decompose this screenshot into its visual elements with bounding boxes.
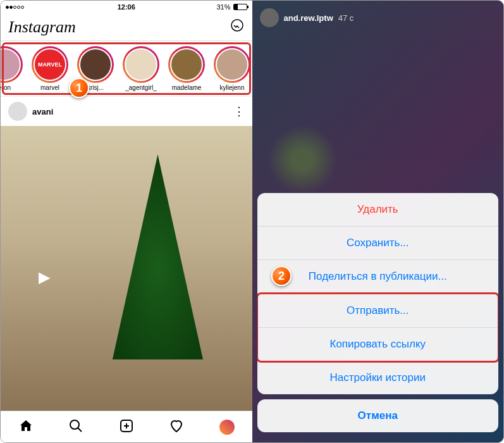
activity-icon[interactable] [169,418,184,436]
annotation-highlight-2: Отправить... Копировать ссылку [257,292,499,363]
cancel-button[interactable]: Отмена [257,399,499,432]
story-item[interactable]: madelame [166,46,207,91]
status-bar: 12:06 31% [1,1,252,13]
post-username[interactable]: avani [32,107,53,116]
action-sheet: Удалить Сохранить... Поделиться в публик… [252,188,504,442]
send-button[interactable]: Отправить... [258,294,498,328]
instagram-home-screen: 12:06 31% Instagram eron MARVEL marvel [1,1,252,442]
delete-button[interactable]: Удалить [257,193,499,227]
story-view-screen: and.rew.lptw 47 с Удалить Сохранить... П… [252,1,504,442]
story-item[interactable]: eron [1,46,25,91]
messenger-icon[interactable] [230,18,245,36]
story-header: and.rew.lptw 47 с [252,1,504,35]
share-to-post-button[interactable]: Поделиться в публикации... [257,260,499,294]
annotation-badge-1: 1 [69,78,89,98]
clock: 12:06 [118,3,135,11]
home-icon[interactable] [18,418,34,436]
profile-icon[interactable] [219,420,235,435]
search-icon[interactable] [68,418,83,436]
story-item[interactable]: kyliejenn [212,46,252,91]
story-settings-button[interactable]: Настройки истории [257,361,499,394]
battery-icon [233,4,247,10]
stories-tray[interactable]: eron MARVEL marvel krisj... _agentgirl_ … [1,41,252,97]
instagram-logo: Instagram [8,18,76,37]
copy-link-button[interactable]: Копировать ссылку [258,328,498,361]
instagram-header: Instagram [1,13,252,41]
post-more-icon[interactable]: ⋮ [233,104,245,118]
story-timestamp: 47 с [338,13,354,23]
story-item[interactable]: _agentgirl_ [121,46,161,91]
bottom-nav [1,411,252,442]
save-button[interactable]: Сохранить... [257,227,499,260]
svg-point-1 [70,420,79,429]
post-header: avani ⋮ [1,97,252,126]
play-icon: ▶ [39,268,50,286]
battery-percent: 31% [216,3,230,11]
new-post-icon[interactable] [119,418,134,436]
annotation-badge-2: 2 [271,266,292,286]
story-item[interactable]: MARVEL marvel [30,46,70,91]
post-media[interactable]: ▶ [1,126,252,411]
post-user-avatar[interactable] [8,102,27,121]
story-username[interactable]: and.rew.lptw [284,13,333,23]
story-user-avatar[interactable] [260,8,279,27]
